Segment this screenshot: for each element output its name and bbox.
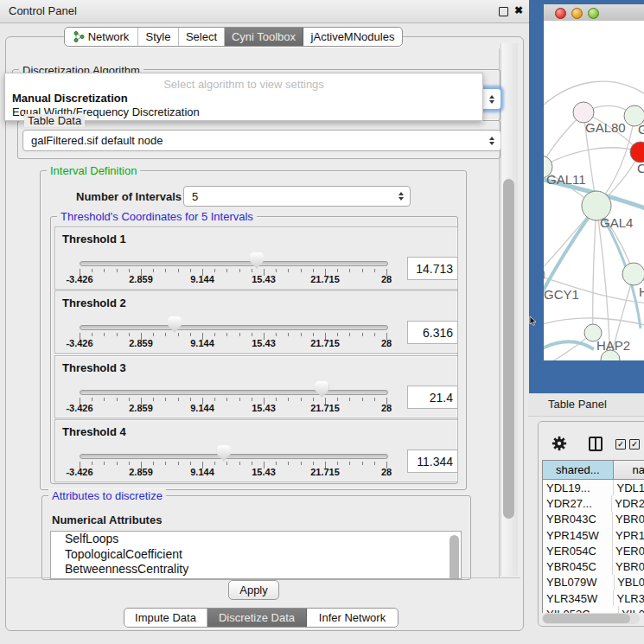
float-window-icon[interactable]: [499, 7, 508, 16]
tick-label: -3.426: [66, 467, 92, 477]
tab-network[interactable]: Network: [65, 28, 138, 46]
table-hscrollbar-track[interactable]: [542, 613, 640, 624]
algorithm-option[interactable]: Manual Discretization: [12, 92, 128, 105]
tick-mark: [165, 269, 166, 272]
list-item[interactable]: TopologicalCoefficient: [51, 547, 461, 563]
threshold-row: Threshold 2-3.4262.8599.14415.4321.71528…: [54, 290, 458, 354]
list-item[interactable]: BetweennessCentrality: [51, 562, 461, 577]
table-row[interactable]: YBL079WYBL0: [543, 575, 644, 590]
tick-mark: [239, 398, 240, 401]
checkbox-icon[interactable]: ✓: [615, 439, 626, 450]
interval-definition-group-title: Interval Definition: [47, 164, 140, 177]
tick-label: 9.144: [190, 274, 214, 284]
close-icon[interactable]: ✖: [514, 4, 523, 16]
column-header-name[interactable]: na: [614, 461, 644, 479]
slider-thumb[interactable]: [315, 381, 328, 398]
network-canvas[interactable]: GAL80GACGAL11GAL4GCY1HHAP2: [544, 21, 644, 360]
settings-gear-icon[interactable]: [552, 436, 567, 455]
tick-label: 28: [381, 338, 392, 348]
table-cell-shared-name: YDL19...: [543, 480, 614, 495]
slider-thumb[interactable]: [168, 316, 182, 333]
tick-mark: [104, 333, 105, 336]
tick-mark: [104, 269, 105, 272]
slider-track[interactable]: [80, 390, 388, 395]
apply-button[interactable]: Apply: [228, 580, 279, 600]
tab-label: Style: [146, 30, 171, 43]
network-node-label: GCY1: [544, 287, 579, 302]
tick-mark: [104, 462, 105, 465]
threshold-label: Threshold 4: [62, 425, 126, 438]
combo-stepper-icon: [489, 95, 494, 104]
tick-mark: [349, 333, 350, 336]
network-edge[interactable]: [544, 341, 594, 356]
list-scrollbar[interactable]: [450, 535, 459, 579]
tick-label: 21.715: [310, 338, 340, 348]
table-row[interactable]: YER054CYER0: [543, 543, 644, 558]
control-panel-titlebar: Control Panel ✖: [0, 0, 529, 23]
bottom-tab-bar: Impute DataDiscretize DataInfer Network: [124, 608, 399, 628]
threshold-label: Threshold 1: [62, 233, 126, 245]
tab-label: Discretize Data: [219, 611, 295, 624]
table-row[interactable]: YBR045CYBR0: [543, 558, 644, 574]
zoom-traffic-light-icon[interactable]: [588, 8, 599, 19]
tab-impute-data[interactable]: Impute Data: [124, 609, 207, 627]
slider-thumb[interactable]: [250, 252, 264, 269]
table-row[interactable]: YIL052CYIL0: [543, 606, 644, 613]
tick-label: 9.144: [190, 338, 214, 348]
threshold-value-field[interactable]: 21.4: [407, 386, 458, 409]
table-cell-name: YDL1: [614, 480, 644, 495]
network-node-label: GA: [638, 122, 644, 137]
tick-label: 9.144: [190, 467, 214, 477]
network-window-titlebar[interactable]: [544, 4, 644, 22]
tick-label: 28: [381, 274, 392, 284]
threshold-value-field[interactable]: 11.344: [407, 450, 458, 473]
table-row[interactable]: YDR27...YDR2: [543, 495, 644, 511]
panel-scrollbar-thumb[interactable]: [503, 179, 514, 519]
threshold-value-field[interactable]: 14.713: [407, 257, 458, 280]
tick-mark: [313, 462, 314, 465]
table-cell-shared-name: YBR045C: [543, 558, 613, 574]
tick-mark: [374, 333, 375, 336]
slider-thumb[interactable]: [217, 445, 231, 462]
column-header-shared-name[interactable]: shared...: [543, 461, 614, 479]
tab-select[interactable]: Select: [179, 28, 225, 46]
checkbox-icon[interactable]: ✓: [629, 439, 640, 450]
table-row[interactable]: YBR043CYBR0: [543, 512, 644, 527]
slider-track[interactable]: [80, 261, 388, 266]
close-traffic-light-icon[interactable]: [555, 8, 566, 19]
slider-track[interactable]: [80, 454, 388, 459]
network-node[interactable]: [544, 266, 545, 284]
table-header-row: shared... na: [543, 461, 644, 480]
tab-label: Impute Data: [135, 611, 196, 624]
tick-mark: [129, 333, 130, 336]
tick-mark: [349, 269, 350, 272]
network-edge[interactable]: [593, 206, 596, 333]
list-item[interactable]: SelfLoops: [51, 532, 461, 547]
tick-mark: [362, 333, 363, 336]
tick-mark: [92, 462, 92, 465]
tab-style[interactable]: Style: [138, 28, 179, 46]
threshold-row: Threshold 3-3.4262.8599.14415.4321.71528…: [54, 355, 458, 418]
tick-mark: [190, 269, 191, 272]
tick-mark: [129, 398, 130, 401]
table-cell-name: YBR0: [613, 512, 644, 527]
tab-discretize-data[interactable]: Discretize Data: [207, 609, 307, 627]
tab-infer-network[interactable]: Infer Network: [307, 609, 398, 627]
tab-jactivemnodules[interactable]: jActiveMNodules: [303, 28, 402, 46]
table-row[interactable]: YPR145WYPR1: [543, 527, 644, 543]
tab-label: Select: [186, 30, 217, 43]
threshold-value-field[interactable]: 6.316: [407, 321, 458, 344]
number-of-intervals-combobox[interactable]: 5: [183, 186, 411, 207]
slider-track[interactable]: [80, 325, 388, 330]
table-hscrollbar-thumb[interactable]: [543, 614, 630, 623]
table-row[interactable]: YLR345WYLR3: [543, 590, 644, 606]
tick-mark: [337, 398, 338, 401]
minimize-traffic-light-icon[interactable]: [571, 8, 583, 19]
network-node[interactable]: [622, 263, 644, 285]
tab-cyni-toolbox[interactable]: Cyni Toolbox: [225, 28, 303, 46]
column-layout-icon[interactable]: [589, 437, 603, 451]
tick-mark: [214, 462, 215, 465]
table-data-combobox[interactable]: galFiltered.sif default node: [22, 130, 501, 151]
table-row[interactable]: YDL19...YDL1: [543, 480, 644, 495]
tick-mark: [129, 462, 130, 465]
